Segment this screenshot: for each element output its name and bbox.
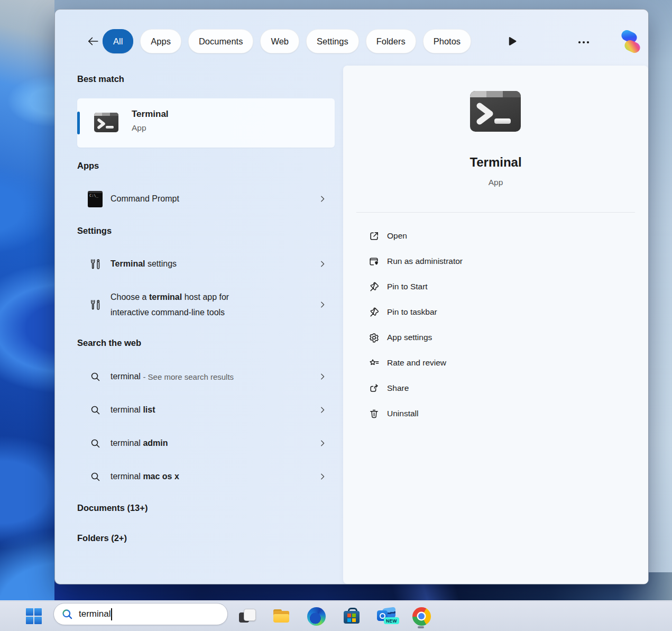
action-pin-to-taskbar[interactable]: Pin to taskbar	[343, 299, 648, 325]
more-filters-button[interactable]	[506, 35, 519, 48]
chevron-right-icon	[319, 301, 326, 308]
file-explorer-button[interactable]	[270, 606, 293, 627]
search-web-header: Search the web	[77, 338, 141, 348]
back-arrow-icon	[86, 34, 100, 48]
result-pre: Choose a	[111, 290, 147, 304]
outlook-button[interactable]: NEW	[375, 606, 398, 627]
tools-icon	[88, 252, 103, 276]
action-rate-and-review[interactable]: Rate and review	[343, 350, 648, 376]
tab-web[interactable]: Web	[260, 29, 299, 53]
outlook-new-badge: NEW	[384, 617, 399, 624]
action-label: Share	[387, 376, 409, 401]
web-result-see-more[interactable]: terminal- See more search results	[77, 364, 335, 389]
action-pin-to-start[interactable]: Pin to Start	[343, 274, 648, 299]
tools-icon	[88, 288, 103, 322]
annotation-text: - See more search results	[143, 372, 234, 381]
chevron-right-icon	[319, 373, 326, 380]
start-button[interactable]	[22, 606, 45, 627]
tab-apps[interactable]: Apps	[140, 29, 181, 53]
edge-button[interactable]	[305, 606, 328, 627]
windows-logo-icon	[26, 608, 42, 625]
action-label: Open	[387, 223, 407, 249]
tab-settings-label: Settings	[317, 36, 348, 47]
pin-icon	[367, 280, 380, 293]
open-external-icon	[367, 230, 380, 242]
overflow-menu-button[interactable]	[574, 37, 593, 48]
result-choose-terminal-host[interactable]: Choose aterminalhost app for interactive…	[77, 288, 335, 322]
copilot-button[interactable]	[619, 30, 643, 53]
action-label: Pin to Start	[387, 274, 428, 299]
query-text: terminal	[111, 438, 141, 448]
tab-all-label: All	[113, 36, 123, 47]
selection-accent-bar	[77, 112, 80, 134]
command-prompt-icon: C:\_	[88, 191, 103, 207]
chevron-right-icon	[319, 473, 326, 480]
tab-photos[interactable]: Photos	[423, 29, 471, 53]
result-terminal-settings[interactable]: Terminalsettings	[77, 252, 335, 276]
filter-tabs: All Apps Documents Web Settings Folders …	[103, 29, 471, 53]
suggestion-bold: list	[143, 405, 155, 415]
chrome-running-indicator	[418, 626, 424, 628]
web-result-terminal-list[interactable]: terminallist	[77, 398, 335, 422]
result-line2: interactive command-line tools	[111, 305, 225, 319]
documents-header[interactable]: Documents (13+)	[77, 503, 148, 513]
best-match-header: Best match	[77, 74, 124, 84]
search-icon	[88, 464, 103, 489]
play-arrow-icon	[506, 35, 519, 48]
action-label: App settings	[387, 325, 432, 350]
edge-icon	[307, 607, 326, 626]
result-label: Command Prompt	[111, 194, 179, 204]
rate-star-icon	[367, 356, 380, 369]
chevron-right-icon	[319, 195, 326, 203]
action-open[interactable]: Open	[343, 223, 648, 249]
terminal-app-icon-large	[470, 91, 521, 132]
tab-documents-label: Documents	[199, 36, 243, 47]
web-result-terminal-admin[interactable]: terminaladmin	[77, 431, 335, 455]
best-match-subtitle: App	[132, 123, 146, 133]
action-run-as-administrator[interactable]: Run as administrator	[343, 249, 648, 274]
tab-all[interactable]: All	[103, 29, 133, 53]
action-share[interactable]: Share	[343, 376, 648, 401]
task-view-button[interactable]	[234, 606, 257, 627]
search-magnifier-icon	[61, 608, 73, 620]
folders-header[interactable]: Folders (2+)	[77, 533, 127, 543]
file-explorer-icon	[272, 608, 291, 625]
ellipsis-icon	[578, 41, 589, 43]
result-command-prompt[interactable]: C:\_ Command Prompt	[77, 187, 335, 211]
chevron-right-icon	[319, 440, 326, 447]
tab-apps-label: Apps	[151, 36, 171, 47]
text-caret	[111, 608, 112, 620]
microsoft-store-button[interactable]	[340, 606, 363, 627]
tab-settings[interactable]: Settings	[306, 29, 359, 53]
action-uninstall[interactable]: Uninstall	[343, 401, 648, 426]
best-match-result[interactable]: Terminal App	[77, 98, 335, 148]
action-label: Pin to taskbar	[387, 299, 437, 325]
action-label: Rate and review	[387, 350, 446, 376]
taskbar: terminal NEW	[0, 600, 672, 631]
result-rest: settings	[148, 259, 177, 269]
chrome-button[interactable]	[410, 606, 433, 627]
settings-header: Settings	[77, 226, 112, 236]
chevron-right-icon	[319, 406, 326, 414]
pin-icon	[367, 306, 380, 318]
action-app-settings[interactable]: App settings	[343, 325, 648, 350]
web-result-terminal-mac-os-x[interactable]: terminalmac os x	[77, 464, 335, 489]
search-input[interactable]: terminal	[53, 603, 228, 625]
query-text: terminal	[111, 372, 141, 381]
tab-folders[interactable]: Folders	[366, 29, 416, 53]
search-input-value: terminal	[79, 609, 111, 619]
admin-shield-icon	[367, 255, 380, 268]
search-flyout-window: All Apps Documents Web Settings Folders …	[54, 9, 649, 584]
preview-app-subtitle: App	[343, 178, 648, 187]
share-icon	[367, 382, 380, 395]
search-icon	[88, 364, 103, 389]
query-text: terminal	[111, 472, 141, 481]
chevron-right-icon	[319, 260, 326, 268]
terminal-app-icon	[94, 113, 118, 132]
desktop: All Apps Documents Web Settings Folders …	[0, 0, 672, 631]
search-icon	[88, 398, 103, 422]
tab-photos-label: Photos	[434, 36, 461, 47]
back-button[interactable]	[85, 33, 102, 50]
tab-documents[interactable]: Documents	[188, 29, 253, 53]
tab-folders-label: Folders	[376, 36, 406, 47]
